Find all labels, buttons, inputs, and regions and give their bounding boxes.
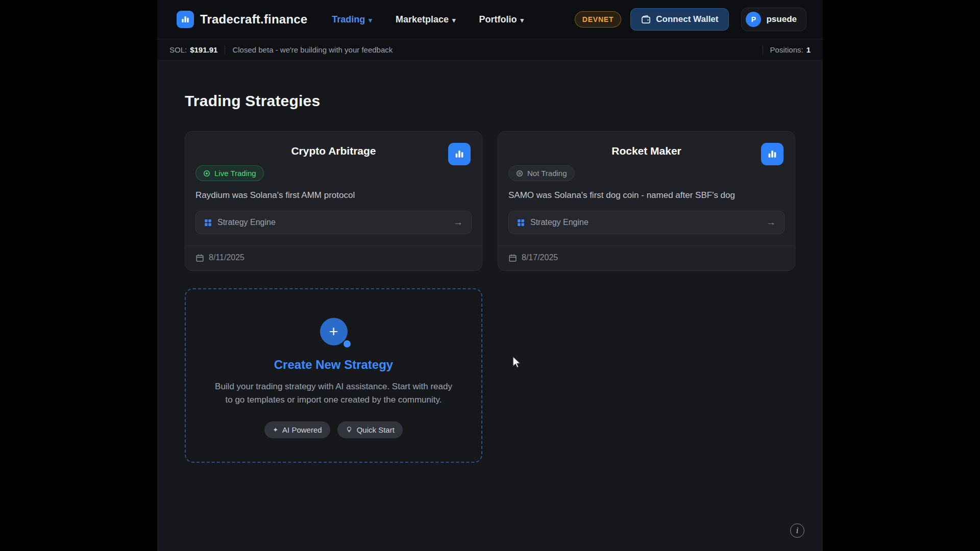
ai-powered-badge: ✦ AI Powered [264, 421, 330, 438]
strategy-title: Crypto Arbitrage [195, 145, 472, 157]
feature-badges: ✦ AI Powered Quick Start [210, 421, 457, 438]
nav-trading[interactable]: Trading ▾ [332, 14, 372, 25]
main-content: Trading Strategies Crypto Arbitrage Live… [157, 61, 823, 551]
brand-name: Tradecraft.finance [200, 12, 307, 27]
main-nav: Trading ▾ Marketplace ▾ Portfolio ▾ [332, 14, 524, 25]
positions-label: Positions: [770, 45, 803, 54]
header-right: DEVNET Connect Wallet P psuede [575, 8, 806, 31]
pause-icon [516, 170, 523, 177]
live-dot-icon [203, 170, 210, 177]
grid-icon [517, 219, 525, 227]
user-menu[interactable]: P psuede [741, 8, 806, 31]
calendar-icon [195, 254, 204, 262]
sparkle-icon: ✦ [273, 426, 278, 434]
strategy-card-rocket-maker[interactable]: Rocket Maker Not Trading SAMO was Solana… [498, 131, 795, 271]
info-icon: i [796, 526, 798, 535]
strategy-chart-icon [761, 143, 783, 165]
status-badge: Not Trading [508, 165, 575, 181]
status-right: Positions:1 [763, 45, 811, 55]
status-label: Live Trading [214, 169, 256, 178]
arrow-right-icon: → [766, 217, 776, 228]
status-label: Not Trading [527, 169, 567, 178]
strategy-date: 8/17/2025 [522, 253, 558, 262]
create-strategy-title: Create New Strategy [210, 358, 457, 372]
brand[interactable]: Tradecraft.finance [177, 11, 307, 28]
quick-start-badge: Quick Start [337, 421, 403, 438]
status-left: SOL:$191.91 Closed beta - we're building… [169, 45, 393, 55]
strategy-description: SAMO was Solana's first dog coin - named… [508, 190, 785, 201]
nav-portfolio-label: Portfolio [479, 14, 517, 25]
grid-icon [204, 219, 212, 227]
card-body: Rocket Maker Not Trading SAMO was Solana… [498, 132, 795, 245]
card-body: Crypto Arbitrage Live Trading Raydium wa… [185, 132, 482, 245]
strategy-engine-button[interactable]: Strategy Engine → [195, 211, 472, 234]
strategy-engine-button[interactable]: Strategy Engine → [508, 211, 785, 234]
nav-trading-label: Trading [332, 14, 365, 25]
connect-wallet-button[interactable]: Connect Wallet [630, 8, 729, 31]
create-strategy-description: Build your trading strategy with AI assi… [213, 380, 454, 407]
status-bar: SOL:$191.91 Closed beta - we're building… [157, 39, 823, 61]
divider [225, 45, 225, 55]
quick-start-label: Quick Start [357, 425, 395, 434]
card-footer: 8/17/2025 [498, 245, 795, 270]
sol-value: $191.91 [190, 45, 217, 54]
nav-portfolio[interactable]: Portfolio ▾ [479, 14, 524, 25]
positions-value: 1 [806, 45, 811, 54]
engine-label: Strategy Engine [217, 218, 276, 227]
username: psuede [766, 14, 797, 24]
strategy-cards-row: Crypto Arbitrage Live Trading Raydium wa… [185, 131, 795, 271]
card-footer: 8/11/2025 [185, 245, 482, 270]
ai-powered-label: AI Powered [282, 425, 322, 434]
arrow-right-icon: → [453, 217, 463, 228]
divider [763, 45, 763, 55]
positions-counter: Positions:1 [770, 45, 811, 54]
nav-marketplace[interactable]: Marketplace ▾ [396, 14, 456, 25]
create-strategy-card[interactable]: + Create New Strategy Build your trading… [185, 288, 482, 463]
page-title: Trading Strategies [185, 92, 795, 110]
chevron-down-icon: ▾ [452, 16, 456, 24]
chevron-down-icon: ▾ [520, 16, 524, 24]
engine-label: Strategy Engine [530, 218, 589, 227]
avatar: P [746, 12, 761, 27]
header: Tradecraft.finance Trading ▾ Marketplace… [157, 0, 823, 39]
nav-marketplace-label: Marketplace [396, 14, 449, 25]
connect-wallet-label: Connect Wallet [656, 14, 718, 24]
plus-icon[interactable]: + [320, 318, 348, 345]
calendar-icon [508, 254, 517, 262]
app-window: Tradecraft.finance Trading ▾ Marketplace… [157, 0, 823, 551]
plus-icon-wrap: + [320, 318, 348, 345]
strategy-date: 8/11/2025 [209, 253, 244, 262]
brand-logo-icon [177, 11, 194, 28]
strategy-card-crypto-arbitrage[interactable]: Crypto Arbitrage Live Trading Raydium wa… [185, 131, 482, 271]
status-badge: Live Trading [195, 165, 264, 181]
plus-glyph: + [329, 324, 338, 339]
strategy-chart-icon [448, 143, 471, 165]
plus-dot [344, 340, 351, 347]
info-button[interactable]: i [790, 523, 804, 538]
beta-note: Closed beta - we're building with your f… [232, 45, 393, 54]
lightbulb-icon [346, 426, 353, 433]
sol-label: SOL: [169, 45, 187, 54]
sol-price: SOL:$191.91 [169, 45, 217, 54]
strategy-description: Raydium was Solana's first AMM protocol [195, 190, 472, 201]
strategy-title: Rocket Maker [508, 145, 785, 157]
chevron-down-icon: ▾ [369, 16, 372, 24]
devnet-badge: DEVNET [575, 11, 622, 28]
wallet-icon [641, 15, 651, 24]
